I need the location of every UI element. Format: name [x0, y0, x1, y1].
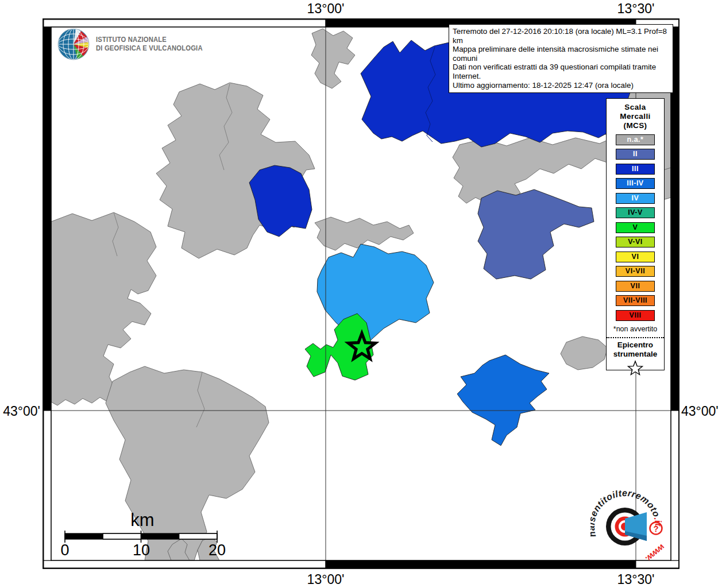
- legend-epicenter-star-icon: [627, 360, 644, 377]
- legend-footnote: *non avvertito: [607, 325, 664, 333]
- macroseismic-intensity-map-page: km 0 10 20 13°00' 13°30' 13°00' 13°30' 4…: [0, 0, 722, 588]
- ingv-name-line2: DI GEOFISICA E VULCANOLOGIA: [96, 44, 203, 53]
- legend-swatch-vii: VII: [616, 281, 655, 292]
- axis-label-bottom-13-30: 13°30': [596, 572, 676, 587]
- event-info-line1: Terremoto del 27-12-2016 20:10:18 (ora l…: [453, 27, 669, 45]
- ingv-branding: ISTITUTO NAZIONALE DI GEOFISICA E VULCAN…: [57, 28, 214, 61]
- scale-tick-0: 0: [60, 541, 69, 559]
- legend-title-line1: Scala: [607, 103, 664, 112]
- haisentitoilterremoto-logo-icon: ? haisentitoilterremoto.it www.: [590, 485, 674, 571]
- legend-swatch-iv-v: IV-V: [616, 207, 655, 218]
- legend-title-line2: Mercalli: [607, 112, 664, 121]
- legend-separator: [607, 337, 664, 338]
- haisentitoilterremoto-logo: ? haisentitoilterremoto.it www.: [590, 485, 674, 571]
- legend-epicenter-line2: strumentale: [607, 350, 664, 359]
- legend-swatch-iii: III: [616, 164, 655, 175]
- axis-label-right-43-00: 43°00': [681, 404, 719, 419]
- axis-label-top-13-30: 13°30': [596, 1, 676, 17]
- event-info-line2: Mappa preliminare delle intensità macros…: [453, 45, 669, 63]
- axis-label-bottom-13-00: 13°00': [285, 572, 366, 587]
- legend-epicenter-line1: Epicentro: [607, 341, 664, 350]
- map-area: km 0 10 20: [51, 27, 671, 560]
- axis-label-top-13-00: 13°00': [285, 1, 366, 17]
- legend-swatch-vi-vii: VI-VII: [616, 266, 655, 277]
- scale-tick-10: 10: [133, 541, 150, 559]
- axis-label-left-43-00: 43°00': [0, 404, 40, 419]
- legend-swatch-iv: IV: [616, 193, 655, 204]
- event-info-line4: Ultimo aggiornamento: 18-12-2025 12:47 (…: [453, 81, 669, 90]
- event-info-box: Terremoto del 27-12-2016 20:10:18 (ora l…: [449, 24, 673, 93]
- watermark-www: www.: [643, 543, 667, 564]
- legend-swatch-na: n.a.*: [616, 134, 655, 145]
- legend-swatch-viii: VIII: [616, 310, 655, 321]
- legend-swatch-iii-iv: III-IV: [616, 178, 655, 189]
- legend-swatch-vii-viii: VII-VIII: [616, 295, 655, 306]
- ingv-name-line1: ISTITUTO NAZIONALE: [96, 36, 203, 44]
- mercalli-legend: Scala Mercalli (MCS) n.a.* II III III-IV…: [606, 98, 665, 370]
- event-info-line3: Dati non verificati estratti da 39 quest…: [453, 63, 669, 80]
- legend-swatch-v-vi: V-VI: [616, 237, 655, 247]
- legend-title-line3: (MCS): [607, 121, 664, 130]
- ingv-globe-icon: [57, 28, 90, 61]
- legend-swatch-vi: VI: [616, 252, 655, 262]
- legend-swatch-v: V: [616, 222, 655, 233]
- legend-swatch-ii: II: [616, 149, 655, 160]
- scale-bar-unit: km: [130, 510, 154, 530]
- scale-tick-20: 20: [209, 541, 226, 559]
